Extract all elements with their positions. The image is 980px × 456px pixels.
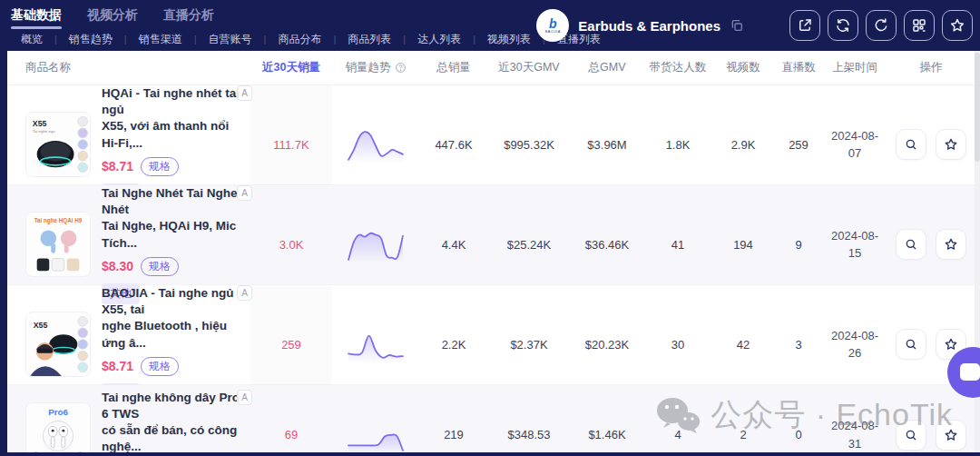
title-line1: Tai nghe không dây Pro 6 TWS bbox=[102, 391, 240, 421]
scrollbar-thumb[interactable] bbox=[975, 53, 980, 162]
search-icon bbox=[904, 237, 918, 252]
main-tab-3[interactable]: 直播分析 bbox=[163, 7, 214, 27]
favorite-button[interactable] bbox=[936, 420, 966, 451]
column-label: 上架时间 bbox=[832, 60, 877, 75]
subnav-item-3[interactable]: 销售渠道 bbox=[127, 32, 194, 47]
product-image[interactable]: Pro6 bbox=[25, 402, 91, 453]
main-tab-2[interactable]: 视频分析 bbox=[87, 7, 138, 27]
product-info: Tai nghe không dây Pro 6 TWS có sẵn để b… bbox=[102, 390, 247, 452]
column-header-4[interactable]: 总销量 bbox=[419, 60, 488, 75]
column-label: 销量趋势 bbox=[346, 60, 391, 75]
main-tab-1[interactable]: 基础数据 bbox=[11, 7, 62, 27]
favorite-button[interactable] bbox=[936, 229, 966, 260]
spec-badge[interactable]: 规格 bbox=[141, 357, 179, 376]
total-sales-value: 4.4K bbox=[419, 238, 488, 252]
spec-badge[interactable]: 规格 bbox=[141, 257, 179, 276]
translate-icon[interactable]: A bbox=[237, 185, 252, 201]
influencer-count: 1.8K bbox=[644, 138, 711, 152]
copy-icon[interactable] bbox=[730, 18, 744, 33]
qr-grid-button[interactable] bbox=[904, 10, 935, 41]
trend-cell bbox=[332, 325, 419, 363]
translate-icon[interactable]: A bbox=[237, 85, 252, 101]
actions-cell bbox=[887, 420, 975, 451]
listed-date: 2024-08-15 bbox=[828, 227, 881, 263]
sales-30d-value: 3.0K bbox=[250, 238, 332, 252]
product-title[interactable]: Tai Nghe Nhét Tai Nghe Nhét Tai Nghe, HQ… bbox=[102, 185, 247, 252]
product-title[interactable]: Tai nghe không dây Pro 6 TWS có sẵn để b… bbox=[102, 390, 247, 452]
column-label: 直播数 bbox=[781, 60, 816, 75]
actions-cell bbox=[887, 229, 975, 260]
column-header-9[interactable]: 直播数 bbox=[775, 60, 822, 75]
star-icon bbox=[944, 237, 958, 252]
column-header-1[interactable]: 商品名称 bbox=[7, 60, 250, 75]
product-image[interactable]: X55Tai nghe ngủ bbox=[25, 112, 91, 177]
column-header-10[interactable]: 上架时间 bbox=[822, 60, 887, 75]
column-header-8[interactable]: 视频数 bbox=[711, 60, 775, 75]
title-line2: có sẵn để bán, có công nghệ... bbox=[102, 423, 237, 452]
external-link-icon bbox=[797, 17, 813, 34]
star-icon bbox=[944, 137, 958, 152]
svg-text:Pro6: Pro6 bbox=[48, 406, 68, 416]
help-icon[interactable] bbox=[395, 62, 407, 74]
history-button[interactable] bbox=[866, 10, 897, 41]
product-price: $8.71 bbox=[102, 159, 133, 173]
title-line1: BAOJIA - Tai nghe ngủ X55, tai bbox=[102, 286, 234, 316]
star-button[interactable] bbox=[942, 10, 973, 41]
total-gmv-value: $36.46K bbox=[570, 238, 644, 252]
trend-cell bbox=[332, 125, 419, 164]
column-header-5[interactable]: 近30天GMV bbox=[488, 60, 570, 75]
refresh-button[interactable] bbox=[828, 10, 858, 41]
gmv-30d-value: $995.32K bbox=[488, 138, 570, 152]
price-row: $8.71 规格 bbox=[102, 357, 247, 376]
favorite-button[interactable] bbox=[936, 129, 966, 160]
influencer-count: 30 bbox=[644, 338, 711, 352]
title-line1: HQAi - Tai nghe nhét tai ngủ bbox=[102, 86, 240, 116]
column-label: 商品名称 bbox=[25, 60, 71, 75]
translate-icon[interactable]: A bbox=[237, 285, 252, 301]
column-header-6[interactable]: 总GMV bbox=[570, 60, 644, 75]
column-label: 带货达人数 bbox=[650, 60, 707, 75]
spec-badge[interactable]: 规格 bbox=[141, 157, 179, 176]
subnav-item-1[interactable]: 概览 bbox=[9, 32, 54, 47]
inspect-button[interactable] bbox=[896, 420, 926, 451]
brand-logo: b BAOJIA bbox=[536, 9, 569, 42]
inspect-button[interactable] bbox=[896, 129, 926, 160]
total-sales-value: 447.6K bbox=[419, 138, 488, 152]
external-link-button[interactable] bbox=[789, 10, 820, 41]
listed-date: 2024-08-07 bbox=[828, 127, 881, 163]
sales-trend-sparkline bbox=[347, 325, 405, 363]
listed-date: 2024-08-26 bbox=[828, 327, 881, 362]
column-header-11[interactable]: 操作 bbox=[887, 60, 975, 75]
chat-bubble-icon bbox=[960, 363, 980, 381]
video-count: 2.9K bbox=[711, 138, 775, 152]
product-title[interactable]: HQAi - Tai nghe nhét tai ngủ X55, với âm… bbox=[102, 85, 247, 152]
content-panel: 商品名称近30天销量销量趋势总销量近30天GMV总GMV带货达人数视频数直播数上… bbox=[7, 51, 980, 452]
column-label: 近30天销量 bbox=[262, 60, 320, 75]
inspect-button[interactable] bbox=[896, 329, 926, 360]
product-image[interactable]: X55 bbox=[25, 312, 91, 377]
translate-icon[interactable]: A bbox=[237, 390, 252, 405]
inspect-button[interactable] bbox=[896, 229, 926, 260]
subnav-item-2[interactable]: 销售趋势 bbox=[57, 32, 124, 47]
gmv-30d-value: $2.37K bbox=[488, 338, 570, 352]
column-header-3[interactable]: 销量趋势 bbox=[332, 60, 419, 75]
product-price: $8.30 bbox=[102, 259, 133, 273]
subnav-item-8[interactable]: 视频列表 bbox=[475, 32, 543, 47]
column-header-2[interactable]: 近30天销量 bbox=[250, 60, 332, 75]
total-gmv-value: $20.23K bbox=[570, 338, 644, 352]
video-count: 194 bbox=[711, 238, 775, 252]
brand-name: BAOJIA bbox=[545, 29, 561, 34]
product-image[interactable]: Tai nghe HQAi H9 bbox=[25, 212, 91, 277]
subnav-item-6[interactable]: 商品列表 bbox=[336, 32, 403, 47]
subnav-item-5[interactable]: 商品分布 bbox=[266, 32, 333, 47]
column-header-7[interactable]: 带货达人数 bbox=[644, 60, 711, 75]
table-row: Tai nghe HQAi H9 Tai Nghe Nhét Tai Nghe … bbox=[7, 185, 980, 285]
subnav-item-4[interactable]: 自营账号 bbox=[197, 32, 264, 47]
sales-30d-value: 69 bbox=[250, 428, 332, 441]
product-title[interactable]: BAOJIA - Tai nghe ngủ X55, tai nghe Blue… bbox=[102, 285, 247, 352]
video-count: 42 bbox=[711, 338, 775, 352]
search-icon bbox=[904, 137, 918, 152]
table-row: X55Tai nghe ngủ HQAi - Tai nghe nhét tai… bbox=[7, 85, 980, 185]
subnav-item-7[interactable]: 达人列表 bbox=[406, 32, 473, 47]
table-header-row: 商品名称近30天销量销量趋势总销量近30天GMV总GMV带货达人数视频数直播数上… bbox=[7, 51, 980, 85]
